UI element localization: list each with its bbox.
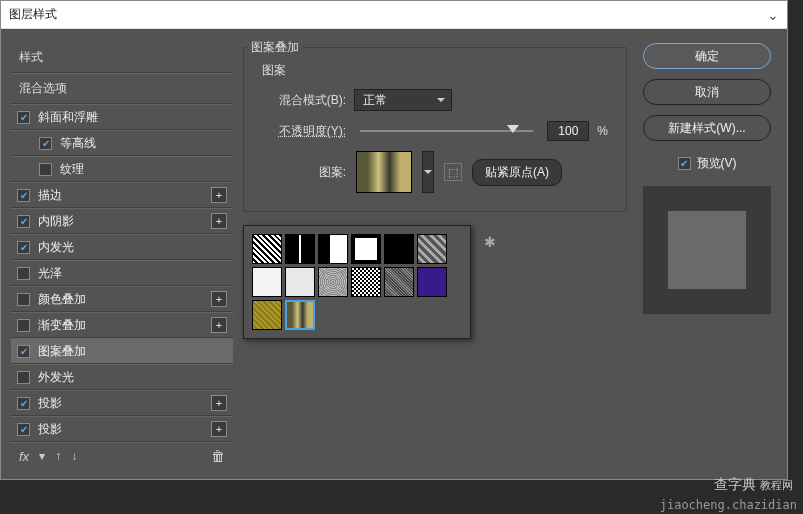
style-item[interactable]: 图案叠加 (11, 338, 233, 364)
pattern-swatch[interactable] (356, 151, 412, 193)
pattern-group: 图案 混合模式(B): 正常 不透明度(Y): 100 % 图案: ⬚ 贴紧原点… (243, 47, 627, 212)
opacity-input[interactable]: 100 (547, 121, 589, 141)
pattern-cell[interactable] (351, 234, 381, 264)
pattern-grid (252, 234, 462, 330)
style-item[interactable]: 斜面和浮雕 (11, 104, 233, 130)
arrow-down-icon[interactable]: ↓ (71, 449, 77, 463)
style-item[interactable]: 描边+ (11, 182, 233, 208)
style-label: 投影 (38, 421, 62, 438)
add-effect-icon[interactable]: + (211, 421, 227, 437)
pattern-cell[interactable] (417, 267, 447, 297)
style-checkbox[interactable] (17, 293, 30, 306)
snap-origin-button[interactable]: 贴紧原点(A) (472, 159, 562, 186)
sidebar-footer: fx ▾ ↑ ↓ 🗑 (11, 442, 233, 469)
layer-style-dialog: 图层样式 ⌄ 样式 混合选项 斜面和浮雕等高线纹理描边+内阴影+内发光光泽颜色叠… (0, 0, 788, 480)
style-label: 渐变叠加 (38, 317, 86, 334)
arrow-up-icon[interactable]: ↑ (55, 449, 61, 463)
style-checkbox[interactable] (17, 345, 30, 358)
sidebar-header: 样式 (11, 43, 233, 73)
pattern-cell[interactable] (285, 234, 315, 264)
window-title: 图层样式 (9, 6, 57, 23)
style-checkbox[interactable] (17, 215, 30, 228)
style-item[interactable]: 纹理 (11, 156, 233, 182)
style-label: 投影 (38, 395, 62, 412)
style-item[interactable]: 外发光 (11, 364, 233, 390)
style-checkbox[interactable] (39, 137, 52, 150)
pattern-label: 图案: (296, 164, 346, 181)
opacity-row: 不透明度(Y): 100 % (262, 121, 608, 141)
preview-toggle[interactable]: 预览(V) (678, 155, 737, 172)
pattern-cell[interactable] (384, 267, 414, 297)
preview-label: 预览(V) (697, 155, 737, 172)
opacity-slider[interactable] (360, 130, 533, 132)
style-checkbox[interactable] (17, 267, 30, 280)
fx-icon[interactable]: fx (19, 449, 29, 464)
settings-panel: 图案叠加 图案 混合模式(B): 正常 不透明度(Y): 100 % 图案: (243, 43, 627, 469)
new-style-button[interactable]: 新建样式(W)... (643, 115, 771, 141)
blend-mode-row: 混合模式(B): 正常 (262, 89, 608, 111)
pattern-cell[interactable] (318, 234, 348, 264)
panel-title: 图案叠加 (247, 39, 303, 56)
pattern-dropdown-icon[interactable] (422, 151, 434, 193)
pattern-cell[interactable] (252, 267, 282, 297)
add-effect-icon[interactable]: + (211, 213, 227, 229)
style-item[interactable]: 颜色叠加+ (11, 286, 233, 312)
pattern-cell[interactable] (351, 267, 381, 297)
trash-icon[interactable]: 🗑 (211, 448, 225, 464)
blend-mode-select[interactable]: 正常 (354, 89, 452, 111)
preview-box (643, 186, 771, 314)
style-checkbox[interactable] (17, 319, 30, 332)
style-label: 斜面和浮雕 (38, 109, 98, 126)
slider-thumb[interactable] (507, 125, 519, 139)
titlebar: 图层样式 ⌄ (1, 1, 787, 29)
ok-button[interactable]: 确定 (643, 43, 771, 69)
gear-icon[interactable]: ✱ (484, 234, 496, 250)
style-label: 内阴影 (38, 213, 74, 230)
style-checkbox[interactable] (17, 111, 30, 124)
pattern-cell[interactable] (252, 234, 282, 264)
content: 样式 混合选项 斜面和浮雕等高线纹理描边+内阴影+内发光光泽颜色叠加+渐变叠加+… (1, 29, 787, 479)
style-item[interactable]: 内发光 (11, 234, 233, 260)
add-effect-icon[interactable]: + (211, 187, 227, 203)
add-effect-icon[interactable]: + (211, 291, 227, 307)
cancel-button[interactable]: 取消 (643, 79, 771, 105)
blend-options-header[interactable]: 混合选项 (11, 73, 233, 104)
add-effect-icon[interactable]: + (211, 317, 227, 333)
pattern-picker: ✱ (243, 225, 471, 339)
style-checkbox[interactable] (17, 397, 30, 410)
style-label: 纹理 (60, 161, 84, 178)
style-label: 光泽 (38, 265, 62, 282)
style-label: 外发光 (38, 369, 74, 386)
add-effect-icon[interactable]: + (211, 395, 227, 411)
style-checkbox[interactable] (17, 241, 30, 254)
close-icon[interactable]: ⌄ (767, 7, 779, 23)
right-panel: 确定 取消 新建样式(W)... 预览(V) (637, 43, 777, 469)
style-item[interactable]: 内阴影+ (11, 208, 233, 234)
sidebar: 样式 混合选项 斜面和浮雕等高线纹理描边+内阴影+内发光光泽颜色叠加+渐变叠加+… (11, 43, 233, 469)
style-checkbox[interactable] (39, 163, 52, 176)
style-item[interactable]: 投影+ (11, 416, 233, 442)
style-item[interactable]: 投影+ (11, 390, 233, 416)
pattern-cell[interactable] (417, 234, 447, 264)
snap-origin-icon[interactable]: ⬚ (444, 163, 462, 181)
style-item[interactable]: 光泽 (11, 260, 233, 286)
blend-mode-label: 混合模式(B): (262, 92, 346, 109)
pattern-subtitle: 图案 (262, 62, 608, 79)
preview-swatch (668, 211, 746, 289)
pattern-cell[interactable] (384, 234, 414, 264)
style-checkbox[interactable] (17, 371, 30, 384)
watermark-main: 查字典 教程网 (714, 476, 793, 494)
style-item[interactable]: 等高线 (11, 130, 233, 156)
pattern-cell-selected[interactable] (285, 300, 315, 330)
style-item[interactable]: 渐变叠加+ (11, 312, 233, 338)
style-checkbox[interactable] (17, 423, 30, 436)
style-checkbox[interactable] (17, 189, 30, 202)
pattern-cell[interactable] (285, 267, 315, 297)
pattern-cell[interactable] (318, 267, 348, 297)
style-list: 斜面和浮雕等高线纹理描边+内阴影+内发光光泽颜色叠加+渐变叠加+图案叠加外发光投… (11, 104, 233, 442)
chevron-down-icon[interactable]: ▾ (39, 449, 45, 463)
preview-checkbox[interactable] (678, 157, 691, 170)
opacity-label[interactable]: 不透明度(Y): (262, 123, 346, 140)
pattern-cell[interactable] (252, 300, 282, 330)
watermark-url: jiaocheng.chazidian (660, 498, 797, 512)
